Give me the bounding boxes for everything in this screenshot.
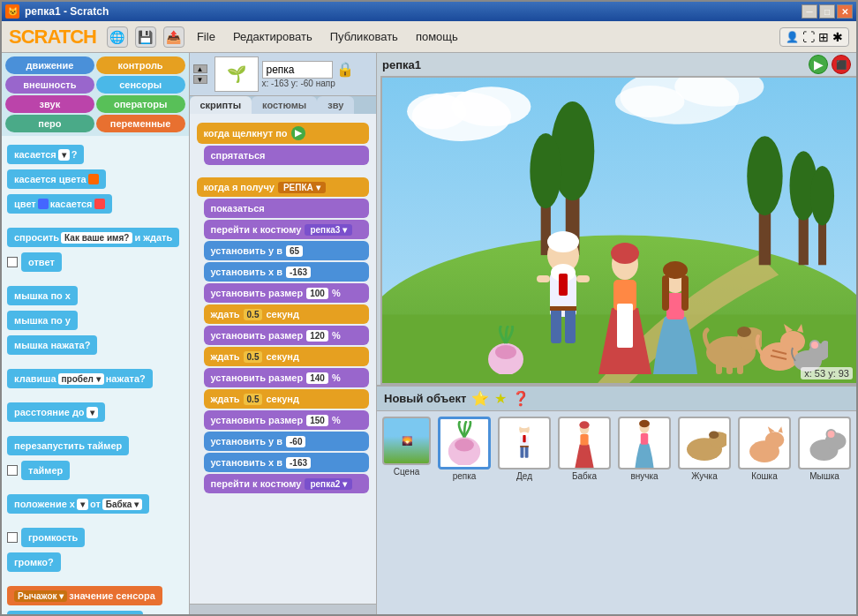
script-group-1: когда щелкнут по ▶ спрятаться — [197, 123, 370, 165]
minimize-button[interactable]: ─ — [802, 4, 817, 19]
script-set-x-minus163[interactable]: установить x в -163 — [204, 453, 370, 472]
answer-checkbox[interactable] — [7, 257, 18, 267]
script-switch-costume-repka3[interactable]: перейти к костюму репка3 ▾ — [204, 220, 370, 239]
account-controls: 👤 ⛶ ⊞ ✱ — [779, 27, 849, 47]
add-sprite-from-library[interactable]: ★ — [494, 390, 507, 407]
script-show[interactable]: показаться — [204, 199, 370, 218]
lock-icon[interactable]: 🔒 — [336, 61, 354, 78]
save-icon[interactable]: 💾 — [135, 26, 156, 48]
char-repka — [484, 326, 528, 374]
block-sensor-value[interactable]: Рычажок ▾ значение сенсора — [7, 586, 162, 605]
script-set-y-minus60[interactable]: установить y в -60 — [204, 432, 370, 451]
share-menu[interactable]: Публиковать — [325, 28, 403, 45]
block-mouse-down[interactable]: мышка нажата? — [7, 335, 97, 355]
help-menu[interactable]: помощь — [410, 28, 463, 45]
scripts-scrollbar-h[interactable] — [190, 604, 377, 614]
categories-grid: движение контроль внешность сенсоры звук… — [2, 53, 189, 136]
koshka-thumbnail — [738, 417, 791, 470]
ded-name: Дед — [516, 471, 532, 481]
zhuchka-name: Жучка — [691, 471, 718, 481]
svg-marker-47 — [797, 324, 803, 333]
block-loud[interactable]: громко? — [7, 552, 61, 572]
sprite-item-vnuchka[interactable]: внучка — [616, 415, 673, 483]
sprite-item-ded[interactable]: Дед — [496, 415, 553, 483]
script-hide[interactable]: спрятаться — [204, 146, 370, 165]
tab-costumes[interactable]: костюмы — [252, 96, 317, 114]
block-reset-timer[interactable]: перезапустить таймер — [7, 436, 129, 455]
timer-checkbox[interactable] — [7, 465, 18, 476]
block-sensor-pressed[interactable]: сенсор ▾ кнопка нажата? — [7, 611, 143, 614]
block-color-touching-color[interactable]: цвет касается — [7, 194, 112, 214]
maximize-button[interactable]: □ — [819, 4, 835, 19]
script-set-size-120[interactable]: установить размер 120 % — [204, 326, 370, 345]
share-icon[interactable]: 📤 — [163, 26, 184, 48]
script-set-size-100[interactable]: установить размер 100 % — [204, 283, 370, 303]
edit-menu[interactable]: Редактировать — [228, 28, 318, 45]
sprite-item-koshka[interactable]: Кошка — [736, 415, 793, 483]
blocks-panel: движение контроль внешность сенсоры звук… — [2, 53, 190, 614]
editor-tabs: скрипты костюмы зву — [190, 96, 377, 114]
svg-rect-60 — [520, 446, 523, 457]
block-timer[interactable]: таймер — [21, 461, 70, 480]
category-control[interactable]: контроль — [96, 56, 185, 74]
svg-point-53 — [811, 342, 818, 349]
sprite-item-babka[interactable]: Бабка — [556, 415, 613, 483]
category-sound[interactable]: звук — [5, 95, 94, 113]
profile-icon[interactable]: 👤 — [786, 31, 799, 43]
settings-icon[interactable]: ✱ — [832, 30, 843, 44]
volume-checkbox[interactable] — [7, 532, 18, 543]
svg-point-6 — [615, 86, 685, 117]
category-variables[interactable]: переменные — [96, 115, 185, 132]
header-collapse-up[interactable]: ▲ — [193, 64, 207, 73]
header-collapse-down[interactable]: ▼ — [193, 75, 207, 84]
script-set-size-140[interactable]: установить размер 140 % — [204, 368, 370, 387]
svg-point-18 — [530, 133, 561, 208]
sprite-item-scene[interactable]: 🌄 Сцена — [380, 415, 433, 478]
block-volume[interactable]: громкость — [21, 528, 85, 547]
script-set-x-163[interactable]: установить x в -163 — [204, 262, 370, 282]
category-operators[interactable]: операторы — [96, 95, 185, 113]
green-flag-button[interactable]: ▶ — [809, 55, 828, 74]
script-when-flag-clicked[interactable]: когда щелкнут по ▶ — [197, 123, 370, 144]
category-motion[interactable]: движение — [5, 56, 94, 74]
block-position-of[interactable]: положение x ▾ от Бабка ▾ — [7, 494, 149, 514]
svg-point-75 — [709, 431, 719, 439]
add-sprite-from-file[interactable]: ⭐ — [471, 390, 489, 407]
sprite-item-myshka[interactable]: Мышка — [796, 415, 853, 483]
script-set-y-65[interactable]: установить y в 65 — [204, 241, 370, 260]
globe-icon[interactable]: 🌐 — [107, 26, 128, 48]
file-menu[interactable]: File — [192, 28, 221, 45]
tab-sounds[interactable]: зву — [317, 96, 354, 114]
sprite-name-input[interactable] — [262, 61, 333, 79]
script-wait-0-5-2[interactable]: ждать 0.5 секунд — [204, 347, 370, 366]
script-wait-0-5-1[interactable]: ждать 0.5 секунд — [204, 304, 370, 324]
scripts-panel: ▲ ▼ 🌱 🔒 x: -163 y: -60 напр скрипты кост… — [190, 53, 378, 614]
block-key-pressed[interactable]: клавиша пробел ▾ нажата? — [7, 369, 153, 388]
sprite-item-repka[interactable]: репка — [436, 415, 493, 483]
svg-rect-28 — [576, 275, 590, 282]
script-switch-costume-repka2[interactable]: перейти к костюму репка2 ▾ — [204, 474, 370, 493]
close-button[interactable]: ✕ — [837, 4, 853, 19]
block-answer[interactable]: ответ — [21, 252, 62, 272]
koshka-name: Кошка — [751, 471, 778, 481]
svg-rect-20 — [551, 308, 561, 343]
block-mouse-x[interactable]: мышка по x — [7, 286, 78, 305]
stop-button[interactable]: ⬛ — [832, 55, 851, 74]
sprite-item-zhuchka[interactable]: Жучка — [676, 415, 733, 483]
script-when-receive[interactable]: когда я получу РЕПКА ▾ — [197, 177, 370, 197]
tab-scripts[interactable]: скрипты — [190, 96, 252, 114]
script-set-size-150[interactable]: установить размер 150 % — [204, 410, 370, 430]
category-pen[interactable]: перо — [5, 115, 94, 132]
svg-marker-79 — [778, 426, 782, 433]
category-looks[interactable]: внешность — [5, 76, 94, 94]
grid-icon[interactable]: ⊞ — [818, 30, 829, 44]
add-sprite-help[interactable]: ❓ — [512, 390, 530, 407]
category-sensing[interactable]: сенсоры — [96, 76, 185, 94]
fullscreen-icon[interactable]: ⛶ — [802, 30, 815, 44]
block-ask[interactable]: спросить Как ваше имя? и ждать — [7, 228, 179, 247]
block-touching-color[interactable]: касается цвета — [7, 169, 106, 189]
block-distance-to[interactable]: расстояние до ▾ — [7, 402, 105, 422]
block-touching[interactable]: касается ▾ ? — [7, 145, 84, 164]
script-wait-0-5-3[interactable]: ждать 0.5 секунд — [204, 389, 370, 409]
block-mouse-y[interactable]: мышка по y — [7, 311, 78, 330]
